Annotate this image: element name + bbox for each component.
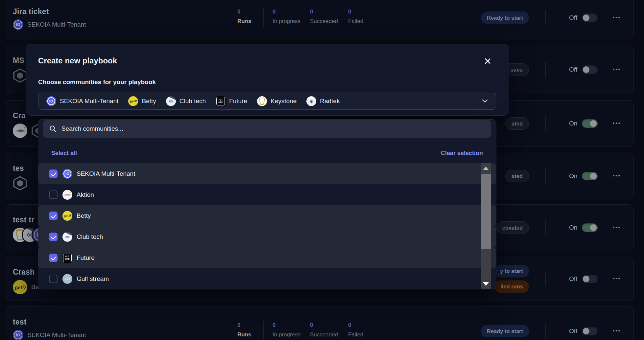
modal-title: Create new playbook (38, 56, 117, 65)
communities-select[interactable]: SEKOIA Multi-TenantBettyClub techFutureK… (38, 93, 496, 110)
betty-icon (62, 211, 72, 221)
scrollbar[interactable] (481, 163, 491, 289)
community-name: Future (77, 254, 95, 261)
community-name: Aktion (77, 191, 94, 198)
community-list-item[interactable]: Aktion (38, 184, 496, 205)
community-chip: SEKOIA Multi-Tenant (46, 96, 118, 106)
search-bar (43, 120, 491, 138)
sekoia-icon (62, 169, 72, 179)
community-name: Club tech (77, 233, 103, 240)
community-checkbox[interactable] (49, 170, 58, 178)
selection-actions: Select all Clear selection (51, 150, 483, 157)
scrollbar-up-arrow-icon[interactable] (481, 163, 491, 173)
community-checkbox[interactable] (49, 275, 58, 283)
community-chip-label: Keystone (271, 98, 297, 105)
create-playbook-modal: Create new playbook Choose communities f… (26, 44, 509, 116)
keystone-icon (257, 96, 267, 106)
clubtech-icon (62, 232, 72, 242)
community-list-item[interactable]: SEKOIA Multi-Tenant (38, 163, 496, 184)
community-chip-label: Betty (142, 98, 156, 105)
close-icon[interactable] (483, 57, 492, 65)
community-chip-label: SEKOIA Multi-Tenant (60, 98, 118, 105)
chevron-down-icon (482, 99, 488, 103)
community-checkbox[interactable] (49, 233, 58, 241)
community-name: Betty (77, 212, 91, 219)
communities-section-label: Choose communities for your playbook (38, 79, 156, 86)
search-input[interactable] (61, 125, 485, 132)
clubtech-icon (166, 96, 176, 106)
community-checkbox[interactable] (49, 191, 58, 199)
radtek-icon (306, 96, 316, 106)
community-list-item[interactable]: Betty (38, 205, 496, 226)
community-list-item[interactable]: Gulf stream (38, 268, 496, 289)
community-list-item[interactable]: Club tech (38, 226, 496, 247)
selected-communities: SEKOIA Multi-TenantBettyClub techFutureK… (46, 96, 340, 106)
communities-dropdown: Select all Clear selection SEKOIA Multi-… (38, 119, 496, 289)
future-icon (62, 253, 72, 263)
sekoia-icon (46, 96, 56, 106)
community-chip-label: Radtek (320, 98, 340, 105)
community-name: Gulf stream (77, 275, 109, 283)
community-chip-label: Future (229, 98, 247, 105)
community-checkbox[interactable] (49, 212, 58, 220)
community-list-item[interactable]: Future (38, 247, 496, 268)
future-icon (216, 96, 226, 106)
scrollbar-thumb[interactable] (481, 174, 491, 249)
community-chip: Radtek (306, 96, 340, 106)
community-chip-label: Club tech (179, 98, 206, 105)
betty-icon (128, 96, 138, 106)
select-all-link[interactable]: Select all (51, 150, 77, 157)
community-checkbox[interactable] (49, 254, 58, 262)
community-chip: Betty (128, 96, 156, 106)
community-chip: Club tech (166, 96, 206, 106)
communities-list: SEKOIA Multi-Tenant Aktion Betty Club te… (38, 163, 496, 289)
community-chip: Keystone (257, 96, 297, 106)
aktion-icon (62, 190, 72, 200)
scrollbar-down-arrow-icon[interactable] (481, 279, 491, 289)
community-name: SEKOIA Multi-Tenant (77, 170, 135, 177)
clear-selection-link[interactable]: Clear selection (441, 150, 483, 157)
community-chip: Future (216, 96, 247, 106)
gulf-icon (62, 274, 72, 284)
search-icon (49, 125, 57, 133)
